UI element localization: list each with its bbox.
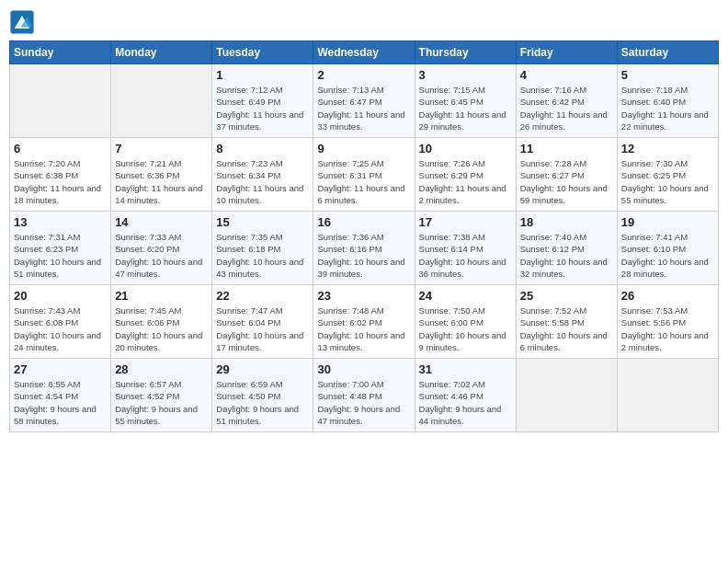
day-info: Sunrise: 7:26 AM Sunset: 6:29 PM Dayligh…: [419, 157, 512, 206]
weekday-header: Tuesday: [212, 41, 313, 64]
day-number: 17: [419, 215, 512, 229]
day-number: 22: [216, 289, 309, 303]
day-info: Sunrise: 7:43 AM Sunset: 6:08 PM Dayligh…: [14, 304, 107, 353]
weekday-header: Wednesday: [313, 41, 415, 64]
weekday-header: Friday: [516, 41, 617, 64]
calendar-cell: [10, 64, 111, 138]
calendar-cell: 25Sunrise: 7:52 AM Sunset: 5:58 PM Dayli…: [516, 285, 617, 359]
calendar-header-row: SundayMondayTuesdayWednesdayThursdayFrid…: [10, 41, 719, 64]
calendar-week-row: 20Sunrise: 7:43 AM Sunset: 6:08 PM Dayli…: [10, 285, 719, 359]
calendar-cell: 1Sunrise: 7:12 AM Sunset: 6:49 PM Daylig…: [212, 64, 313, 138]
weekday-header: Sunday: [10, 41, 111, 64]
calendar-cell: 23Sunrise: 7:48 AM Sunset: 6:02 PM Dayli…: [313, 285, 415, 359]
day-info: Sunrise: 7:20 AM Sunset: 6:38 PM Dayligh…: [14, 157, 107, 206]
calendar-cell: 31Sunrise: 7:02 AM Sunset: 4:46 PM Dayli…: [415, 359, 516, 432]
calendar-cell: 13Sunrise: 7:31 AM Sunset: 6:23 PM Dayli…: [10, 212, 111, 285]
day-info: Sunrise: 7:38 AM Sunset: 6:14 PM Dayligh…: [419, 231, 512, 280]
day-number: 25: [520, 289, 613, 303]
day-number: 11: [520, 142, 613, 155]
day-number: 28: [115, 362, 208, 376]
day-number: 29: [216, 362, 309, 376]
page-header: [9, 9, 719, 35]
day-info: Sunrise: 7:31 AM Sunset: 6:23 PM Dayligh…: [14, 231, 107, 280]
calendar-cell: 22Sunrise: 7:47 AM Sunset: 6:04 PM Dayli…: [212, 285, 313, 359]
day-info: Sunrise: 7:25 AM Sunset: 6:31 PM Dayligh…: [317, 157, 410, 206]
calendar-cell: 3Sunrise: 7:15 AM Sunset: 6:45 PM Daylig…: [415, 64, 516, 138]
day-number: 13: [14, 215, 107, 229]
day-number: 24: [419, 289, 512, 303]
calendar-cell: [617, 359, 718, 432]
day-info: Sunrise: 6:57 AM Sunset: 4:52 PM Dayligh…: [115, 378, 208, 427]
calendar-cell: [516, 359, 617, 432]
calendar-cell: 27Sunrise: 6:55 AM Sunset: 4:54 PM Dayli…: [10, 359, 111, 432]
calendar-cell: 26Sunrise: 7:53 AM Sunset: 5:56 PM Dayli…: [617, 285, 718, 359]
calendar-cell: 18Sunrise: 7:40 AM Sunset: 6:12 PM Dayli…: [516, 212, 617, 285]
day-number: 30: [317, 362, 410, 376]
day-number: 23: [317, 289, 410, 303]
calendar-week-row: 13Sunrise: 7:31 AM Sunset: 6:23 PM Dayli…: [10, 212, 719, 285]
calendar-cell: 28Sunrise: 6:57 AM Sunset: 4:52 PM Dayli…: [111, 359, 212, 432]
day-number: 15: [216, 215, 309, 229]
calendar-cell: 19Sunrise: 7:41 AM Sunset: 6:10 PM Dayli…: [617, 212, 718, 285]
day-info: Sunrise: 7:41 AM Sunset: 6:10 PM Dayligh…: [621, 231, 714, 280]
calendar-cell: 30Sunrise: 7:00 AM Sunset: 4:48 PM Dayli…: [313, 359, 415, 432]
day-number: 10: [419, 142, 512, 155]
day-number: 26: [621, 289, 714, 303]
day-number: 21: [115, 289, 208, 303]
day-number: 4: [520, 68, 613, 82]
calendar-cell: 9Sunrise: 7:25 AM Sunset: 6:31 PM Daylig…: [313, 138, 415, 212]
day-number: 19: [621, 215, 714, 229]
calendar-cell: 20Sunrise: 7:43 AM Sunset: 6:08 PM Dayli…: [10, 285, 111, 359]
day-info: Sunrise: 7:50 AM Sunset: 6:00 PM Dayligh…: [419, 304, 512, 353]
day-info: Sunrise: 7:47 AM Sunset: 6:04 PM Dayligh…: [216, 304, 309, 353]
calendar-cell: 24Sunrise: 7:50 AM Sunset: 6:00 PM Dayli…: [415, 285, 516, 359]
day-info: Sunrise: 7:21 AM Sunset: 6:36 PM Dayligh…: [115, 157, 208, 206]
day-number: 27: [14, 362, 107, 376]
calendar-cell: 21Sunrise: 7:45 AM Sunset: 6:06 PM Dayli…: [111, 285, 212, 359]
day-info: Sunrise: 7:45 AM Sunset: 6:06 PM Dayligh…: [115, 304, 208, 353]
day-info: Sunrise: 7:35 AM Sunset: 6:18 PM Dayligh…: [216, 231, 309, 280]
day-number: 8: [216, 142, 309, 155]
day-number: 5: [621, 68, 714, 82]
day-info: Sunrise: 7:16 AM Sunset: 6:42 PM Dayligh…: [520, 84, 613, 132]
day-number: 2: [317, 68, 410, 82]
calendar-cell: 5Sunrise: 7:18 AM Sunset: 6:40 PM Daylig…: [617, 64, 718, 138]
logo-icon: [9, 9, 35, 35]
calendar-cell: 11Sunrise: 7:28 AM Sunset: 6:27 PM Dayli…: [516, 138, 617, 212]
day-number: 7: [115, 142, 208, 155]
day-number: 3: [419, 68, 512, 82]
day-number: 6: [14, 142, 107, 155]
day-number: 12: [621, 142, 714, 155]
logo: [9, 9, 39, 35]
day-info: Sunrise: 7:53 AM Sunset: 5:56 PM Dayligh…: [621, 304, 714, 353]
day-info: Sunrise: 7:15 AM Sunset: 6:45 PM Dayligh…: [419, 84, 512, 132]
calendar-cell: 6Sunrise: 7:20 AM Sunset: 6:38 PM Daylig…: [10, 138, 111, 212]
calendar-cell: 8Sunrise: 7:23 AM Sunset: 6:34 PM Daylig…: [212, 138, 313, 212]
calendar-cell: 7Sunrise: 7:21 AM Sunset: 6:36 PM Daylig…: [111, 138, 212, 212]
day-number: 1: [216, 68, 309, 82]
calendar-table: SundayMondayTuesdayWednesdayThursdayFrid…: [9, 40, 719, 432]
calendar-cell: 29Sunrise: 6:59 AM Sunset: 4:50 PM Dayli…: [212, 359, 313, 432]
calendar-cell: 2Sunrise: 7:13 AM Sunset: 6:47 PM Daylig…: [313, 64, 415, 138]
day-number: 9: [317, 142, 410, 155]
day-number: 16: [317, 215, 410, 229]
day-info: Sunrise: 7:33 AM Sunset: 6:20 PM Dayligh…: [115, 231, 208, 280]
calendar-cell: 10Sunrise: 7:26 AM Sunset: 6:29 PM Dayli…: [415, 138, 516, 212]
day-info: Sunrise: 7:18 AM Sunset: 6:40 PM Dayligh…: [621, 84, 714, 132]
day-info: Sunrise: 6:59 AM Sunset: 4:50 PM Dayligh…: [216, 378, 309, 427]
day-info: Sunrise: 7:00 AM Sunset: 4:48 PM Dayligh…: [317, 378, 410, 427]
day-info: Sunrise: 7:13 AM Sunset: 6:47 PM Dayligh…: [317, 84, 410, 132]
day-info: Sunrise: 7:52 AM Sunset: 5:58 PM Dayligh…: [520, 304, 613, 353]
day-info: Sunrise: 7:48 AM Sunset: 6:02 PM Dayligh…: [317, 304, 410, 353]
day-info: Sunrise: 7:28 AM Sunset: 6:27 PM Dayligh…: [520, 157, 613, 206]
calendar-cell: 14Sunrise: 7:33 AM Sunset: 6:20 PM Dayli…: [111, 212, 212, 285]
weekday-header: Monday: [111, 41, 212, 64]
calendar-week-row: 1Sunrise: 7:12 AM Sunset: 6:49 PM Daylig…: [10, 64, 719, 138]
day-info: Sunrise: 7:02 AM Sunset: 4:46 PM Dayligh…: [419, 378, 512, 427]
day-info: Sunrise: 7:23 AM Sunset: 6:34 PM Dayligh…: [216, 157, 309, 206]
weekday-header: Saturday: [617, 41, 718, 64]
calendar-cell: 15Sunrise: 7:35 AM Sunset: 6:18 PM Dayli…: [212, 212, 313, 285]
day-info: Sunrise: 7:40 AM Sunset: 6:12 PM Dayligh…: [520, 231, 613, 280]
calendar-cell: 16Sunrise: 7:36 AM Sunset: 6:16 PM Dayli…: [313, 212, 415, 285]
day-number: 20: [14, 289, 107, 303]
